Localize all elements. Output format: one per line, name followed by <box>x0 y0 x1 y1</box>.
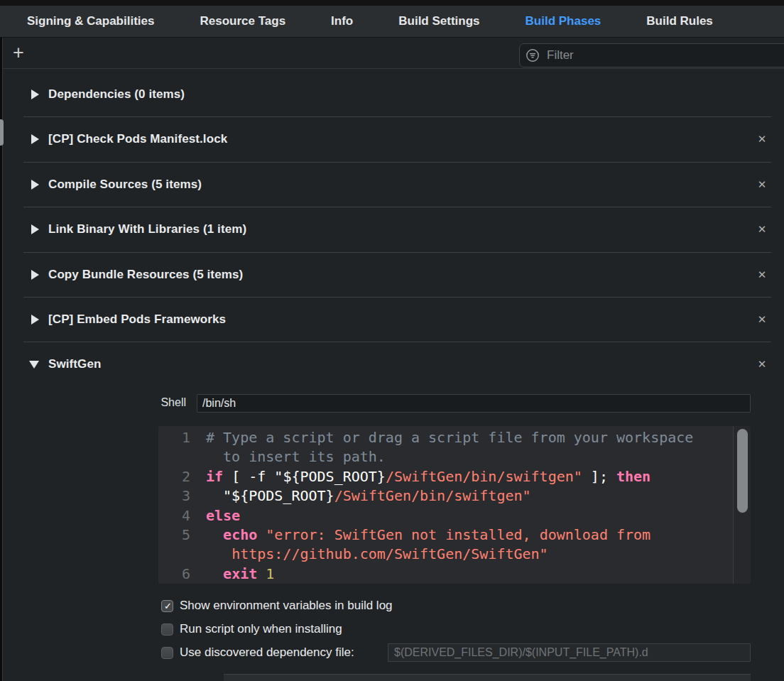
dependency-file-input[interactable] <box>388 643 751 662</box>
code-line: https://github.com/SwiftGen/SwiftGen" <box>158 545 751 564</box>
code-text: https://github.com/SwiftGen/SwiftGen" <box>190 545 548 564</box>
disclosure-triangle-icon[interactable] <box>31 134 39 144</box>
phase-row-compile-sources-5-items[interactable]: Compile Sources (5 items) ✕ <box>0 162 784 207</box>
tab-signing-capabilities[interactable]: Signing & Capabilities <box>27 14 154 28</box>
code-text: # Type a script or drag a script file fr… <box>190 428 693 447</box>
line-number <box>158 447 190 467</box>
line-number: 6 <box>158 565 190 584</box>
tab-build-rules[interactable]: Build Rules <box>646 14 713 28</box>
code-line: to insert its path. <box>158 447 751 467</box>
checkbox-label: Show environment variables in build log <box>180 599 393 613</box>
disclosure-triangle-icon[interactable] <box>31 224 39 234</box>
line-number: 3 <box>158 486 190 506</box>
code-text: "${PODS_ROOT}/SwiftGen/bin/swiftgen" <box>190 486 531 506</box>
code-line: 6 exit 1 <box>158 565 751 584</box>
phase-title: [CP] Embed Pods Frameworks <box>48 312 226 327</box>
checkbox-label: Use discovered dependency file: <box>180 645 354 660</box>
code-line: 2 if [ -f "${PODS_ROOT}/SwiftGen/bin/swi… <box>158 467 751 486</box>
remove-phase-button[interactable]: ✕ <box>753 355 771 374</box>
remove-phase-button[interactable]: ✕ <box>753 266 771 284</box>
code-line: 1 # Type a script or drag a script file … <box>158 428 751 447</box>
phase-title: SwiftGen <box>48 357 101 371</box>
filter-field[interactable] <box>519 43 784 67</box>
disclosure-triangle-icon[interactable] <box>31 270 39 280</box>
script-editor[interactable]: 1 # Type a script or drag a script file … <box>158 426 751 584</box>
remove-phase-button[interactable]: ✕ <box>753 130 771 148</box>
disclosure-triangle-icon[interactable] <box>31 180 39 190</box>
disclosure-triangle-icon[interactable] <box>31 315 39 325</box>
phase-title: Dependencies (0 items) <box>48 87 185 102</box>
checkbox[interactable]: ✓ <box>161 623 173 636</box>
code-line: 3 "${PODS_ROOT}/SwiftGen/bin/swiftgen" <box>158 486 751 506</box>
phase-row-cp-embed-pods-frameworks[interactable]: [CP] Embed Pods Frameworks ✕ <box>0 297 784 342</box>
phase-row-swiftgen[interactable]: SwiftGen ✕ <box>0 342 784 387</box>
phase-title: Copy Bundle Resources (5 items) <box>48 268 243 282</box>
add-phase-button[interactable]: + <box>9 43 28 64</box>
code-text: if [ -f "${PODS_ROOT}/SwiftGen/bin/swift… <box>190 467 650 486</box>
shell-input[interactable] <box>197 394 751 413</box>
code-text: exit 1 <box>190 565 274 584</box>
line-number <box>158 545 190 564</box>
tab-info[interactable]: Info <box>331 14 353 28</box>
code-text: else <box>190 506 240 525</box>
phase-row-link-binary-with-libraries-1-item[interactable]: Link Binary With Libraries (1 item) ✕ <box>0 207 784 252</box>
shell-label: Shell <box>107 396 186 409</box>
next-section-partial <box>224 675 751 681</box>
tab-build-settings[interactable]: Build Settings <box>398 14 479 28</box>
phase-row-dependencies-0-items[interactable]: Dependencies (0 items) <box>0 72 784 117</box>
filter-input[interactable] <box>545 48 784 63</box>
filter-icon <box>526 48 540 62</box>
checkbox[interactable]: ✓ <box>161 647 173 659</box>
phases-toolbar: + <box>0 38 784 69</box>
phase-row-cp-check-pods-manifest-lock[interactable]: [CP] Check Pods Manifest.lock ✕ <box>0 116 784 162</box>
tab-bar: Signing & CapabilitiesResource TagsInfoB… <box>0 6 784 38</box>
code-line: 5 echo "error: SwiftGen not installed, d… <box>158 525 751 545</box>
disclosure-triangle-icon[interactable] <box>31 89 39 99</box>
code-text: echo "error: SwiftGen not installed, dow… <box>190 525 650 545</box>
remove-phase-button[interactable]: ✕ <box>753 220 771 239</box>
build-phases-pane: Signing & CapabilitiesResource TagsInfoB… <box>0 0 784 681</box>
checkmark-icon: ✓ <box>162 600 174 612</box>
code-text: to insert its path. <box>190 447 386 467</box>
window-top-strip <box>0 0 784 6</box>
remove-phase-button[interactable]: ✕ <box>753 310 771 329</box>
checkbox-row-show-environment-variables-in-build-log[interactable]: ✓ Show environment variables in build lo… <box>161 599 393 612</box>
phase-title: Link Binary With Libraries (1 item) <box>48 222 246 236</box>
phase-title: Compile Sources (5 items) <box>48 178 202 192</box>
checkbox-row-run-script-only-when-installing[interactable]: ✓ Run script only when installing <box>161 623 342 636</box>
line-number: 5 <box>158 525 190 545</box>
line-number: 2 <box>158 467 190 486</box>
phase-row-copy-bundle-resources-5-items[interactable]: Copy Bundle Resources (5 items) ✕ <box>0 252 784 298</box>
tab-build-phases[interactable]: Build Phases <box>526 14 601 28</box>
code-line: 4 else <box>158 506 751 525</box>
editor-scrollbar-thumb[interactable] <box>737 429 748 513</box>
checkbox-label: Run script only when installing <box>180 622 342 636</box>
checkbox[interactable]: ✓ <box>161 600 173 612</box>
disclosure-triangle-icon[interactable] <box>29 361 39 369</box>
phase-title: [CP] Check Pods Manifest.lock <box>48 132 227 146</box>
checkbox-row-use-discovered-dependency-file[interactable]: ✓ Use discovered dependency file: <box>161 646 354 659</box>
line-number: 1 <box>158 428 190 447</box>
tab-resource-tags[interactable]: Resource Tags <box>200 14 285 28</box>
remove-phase-button[interactable]: ✕ <box>753 175 771 194</box>
line-number: 4 <box>158 506 190 525</box>
